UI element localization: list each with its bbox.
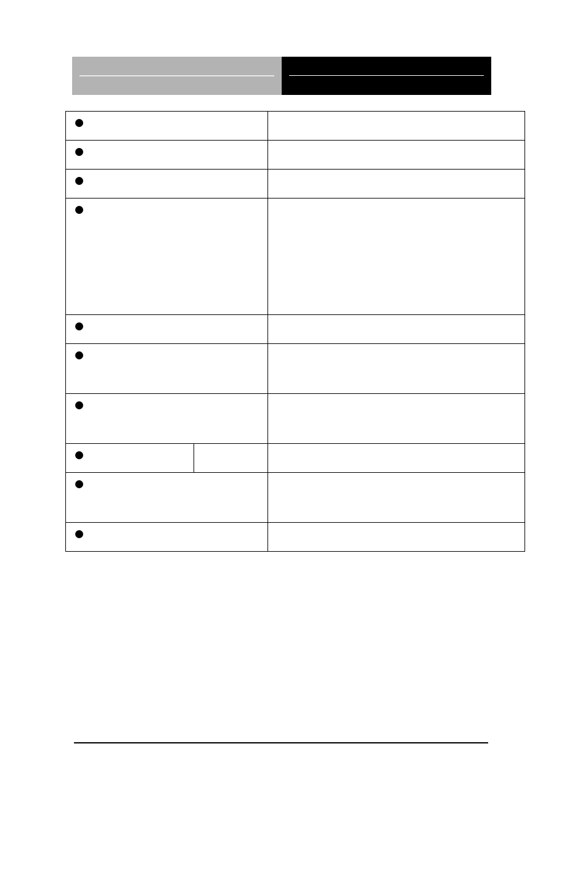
table-row [66,170,525,198]
bullet-cell [66,444,93,473]
left-cell [93,523,268,552]
right-cell [268,198,525,315]
bullet-cell [66,141,93,170]
page-header [72,57,491,95]
bullet-cell [66,170,93,198]
left-cell [93,344,268,394]
bullet-icon [75,351,83,359]
left-cell [93,141,268,170]
bullet-cell [66,394,93,444]
left-cell-b [194,444,267,473]
bullet-cell [66,473,93,523]
right-cell [268,394,525,444]
content-table [65,111,525,552]
bullet-icon [75,206,83,214]
table-row [66,315,525,344]
right-cell [268,315,525,344]
header-left-rule [80,75,274,76]
page [0,0,588,884]
left-cell [93,170,268,198]
bullet-cell [66,198,93,315]
table-row [66,198,525,315]
right-cell [268,170,525,198]
right-cell [268,523,525,552]
table-row [66,394,525,444]
bullet-icon [75,148,83,156]
bullet-icon [75,530,83,538]
bullet-icon [75,401,83,409]
left-cell [93,315,268,344]
bullet-cell [66,523,93,552]
header-left-panel [72,57,282,95]
header-right-rule [289,75,484,76]
right-cell [268,141,525,170]
bullet-cell [66,344,93,394]
left-cell [93,394,268,444]
table-row [66,473,525,523]
left-cell [93,198,268,315]
bullet-icon [75,177,83,185]
right-cell [268,112,525,141]
table-row [66,112,525,141]
table-row [66,141,525,170]
bullet-cell [66,315,93,344]
right-cell [268,444,525,473]
left-cell-a [93,444,194,473]
table-row [66,523,525,552]
footer-rule [74,742,488,743]
left-cell [93,112,268,141]
table-row [66,444,525,473]
left-cell [93,473,268,523]
table-row [66,344,525,394]
bullet-cell [66,112,93,141]
right-cell [268,344,525,394]
bullet-icon [75,480,83,488]
right-cell [268,473,525,523]
bullet-icon [75,119,83,127]
bullet-icon [75,322,83,330]
header-right-panel [282,57,491,95]
bullet-icon [75,451,83,459]
